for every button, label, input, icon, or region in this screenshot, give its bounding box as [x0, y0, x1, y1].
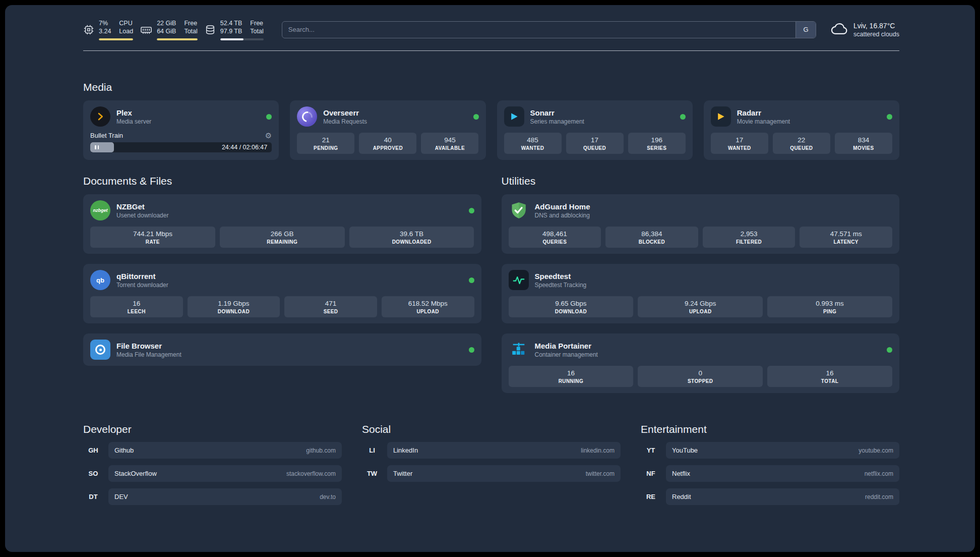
app-card-speedtest[interactable]: Speedtest Speedtest Tracking 9.65 Gbps D… [502, 264, 900, 323]
link-badge: GH [83, 447, 103, 454]
stat-tile: 40 APPROVED [359, 133, 416, 154]
link-pill-stackoverflow[interactable]: StackOverflow stackoverflow.com [108, 465, 342, 482]
cpu-label: CPU [119, 19, 133, 27]
dashboard: 7% 3.24 CPU Load [5, 5, 975, 552]
app-subtitle: Speedtest Tracking [535, 282, 587, 289]
utilities-section: Utilities AdGuard Home DNS and adblockin… [502, 175, 900, 393]
weather-widget: Lviv, 16.87°C scattered clouds [830, 22, 899, 38]
gear-icon[interactable]: ⚙ [265, 132, 272, 139]
disk-total-label: Total [250, 27, 263, 35]
memory-icon [140, 24, 152, 36]
links-section-social: Social LI LinkedIn linkedin.com TW Twitt… [362, 423, 621, 482]
search-bar[interactable]: G [282, 21, 816, 38]
app-card-portainer[interactable]: Media Portainer Container management 16 … [502, 333, 900, 393]
pause-icon[interactable] [95, 145, 99, 149]
media-section: Plex Media server Bullet Train ⚙ 24:44 /… [83, 100, 899, 160]
disk-stat-widget: 52.4 TB 97.9 TB Free Total [205, 19, 264, 40]
app-subtitle: DNS and adblocking [535, 212, 590, 219]
link-row-linkedin: LI LinkedIn linkedin.com [362, 442, 621, 459]
link-badge: NF [641, 470, 661, 477]
stat-tile: 16 LEECH [90, 296, 183, 317]
link-pill-github[interactable]: Github github.com [108, 442, 342, 459]
link-pill-twitter[interactable]: Twitter twitter.com [387, 465, 621, 482]
link-pill-youtube[interactable]: YouTube youtube.com [666, 442, 899, 459]
plex-now-playing: Bullet Train ⚙ 24:44 / 02:06:47 [90, 132, 272, 152]
stat-tile: 9.24 Gbps UPLOAD [638, 296, 763, 317]
section-title-developer: Developer [83, 423, 342, 435]
stat-tile: 0.993 ms PING [767, 296, 892, 317]
disk-icon [205, 24, 216, 35]
app-name: Plex [116, 108, 151, 117]
link-row-stackoverflow: SO StackOverflow stackoverflow.com [83, 465, 342, 482]
link-pill-linkedin[interactable]: LinkedIn linkedin.com [387, 442, 621, 459]
app-name: Media Portainer [535, 342, 598, 350]
link-badge: LI [362, 447, 382, 454]
app-subtitle: Media server [116, 118, 151, 125]
section-title-social: Social [362, 423, 621, 435]
ram-total-label: Total [184, 27, 197, 35]
stat-tile: 2,953 FILTERED [703, 227, 795, 248]
documents-section: Documents & Files nzbget NZBGet Usenet d… [83, 175, 481, 366]
app-name: Sonarr [530, 108, 584, 117]
links-section-entertainment: Entertainment YT YouTube youtube.com NF … [641, 423, 899, 505]
app-name: AdGuard Home [535, 202, 590, 211]
cpu-usage-bar [99, 38, 133, 40]
stat-tile: 9.65 Gbps DOWNLOAD [509, 296, 634, 317]
app-name: File Browser [116, 342, 181, 350]
cloud-icon [830, 22, 848, 38]
link-badge: YT [641, 447, 661, 454]
app-name: Overseerr [323, 108, 367, 117]
app-subtitle: Movie management [737, 118, 790, 125]
link-row-netflix: NF Netflix netflix.com [641, 465, 899, 482]
status-dot [469, 277, 474, 283]
playback-time: 24:44 / 02:06:47 [222, 144, 267, 151]
ram-stat-widget: 22 GiB 64 GiB Free Total [140, 19, 198, 40]
app-subtitle: Usenet downloader [116, 212, 168, 219]
link-badge: RE [641, 493, 661, 500]
app-card-filebrowser[interactable]: File Browser Media File Management [83, 333, 481, 366]
stat-tile: 17 QUEUED [566, 133, 624, 154]
status-dot [266, 114, 272, 120]
app-name: Speedtest [535, 272, 587, 281]
stat-tile: 86,384 BLOCKED [605, 227, 698, 248]
links-section-developer: Developer GH Github github.com SO StackO… [83, 423, 342, 505]
app-card-plex[interactable]: Plex Media server Bullet Train ⚙ 24:44 /… [83, 100, 279, 160]
ram-total-value: 64 GiB [157, 27, 176, 35]
cpu-chip-icon [83, 24, 94, 35]
link-pill-reddit[interactable]: Reddit reddit.com [666, 488, 899, 505]
disk-free-value: 52.4 TB [220, 19, 242, 27]
link-row-youtube: YT YouTube youtube.com [641, 442, 899, 459]
filebrowser-icon [90, 340, 110, 360]
app-card-qbittorrent[interactable]: qb qBittorrent Torrent downloader 16 LEE… [83, 264, 481, 323]
header-divider [83, 50, 899, 51]
section-title-documents: Documents & Files [83, 175, 481, 187]
link-row-github: GH Github github.com [83, 442, 342, 459]
radarr-icon [711, 106, 731, 127]
app-name: NZBGet [116, 202, 168, 211]
weather-location: Lviv, 16.87°C [853, 22, 899, 30]
app-name: qBittorrent [116, 272, 168, 281]
stat-tile: 21 PENDING [297, 133, 354, 154]
link-pill-netflix[interactable]: Netflix netflix.com [666, 465, 899, 482]
stat-tile: 17 WANTED [711, 133, 768, 154]
search-engine-button[interactable]: G [795, 22, 816, 38]
app-subtitle: Torrent downloader [116, 282, 168, 289]
app-card-nzbget[interactable]: nzbget NZBGet Usenet downloader 744.21 M… [83, 194, 481, 254]
app-card-adguard[interactable]: AdGuard Home DNS and adblocking 498,461 … [502, 194, 900, 254]
stat-tile: 744.21 Mbps RATE [90, 227, 215, 248]
cpu-load-value: 3.24 [99, 27, 111, 35]
link-pill-dev[interactable]: DEV dev.to [108, 488, 342, 505]
speedtest-graph-icon [509, 270, 529, 290]
status-dot [887, 347, 892, 353]
app-card-sonarr[interactable]: Sonarr Series management 485 WANTED 17 Q… [497, 100, 693, 160]
stat-tile: 196 SERIES [628, 133, 686, 154]
adguard-shield-icon [509, 200, 529, 220]
search-input[interactable] [282, 22, 795, 38]
weather-condition: scattered clouds [853, 31, 899, 38]
app-card-overseerr[interactable]: Overseerr Media Requests 21 PENDING 40 A… [290, 100, 485, 160]
section-title-utilities: Utilities [502, 175, 900, 187]
app-card-radarr[interactable]: Radarr Movie management 17 WANTED 22 QUE… [704, 100, 899, 160]
playback-progress-bar[interactable]: 24:44 / 02:06:47 [90, 142, 272, 152]
stat-tile: 39.6 TB DOWNLOADED [349, 227, 474, 248]
disk-total-value: 97.9 TB [220, 27, 242, 35]
